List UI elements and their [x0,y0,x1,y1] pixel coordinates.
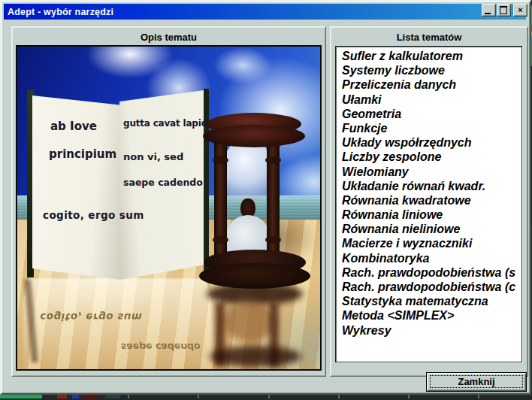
topic-item[interactable]: Wielomiany [342,165,521,179]
topic-item[interactable]: Statystyka matematyczna [342,294,521,308]
titlebar-buttons: × [481,4,527,17]
close-dialog-button[interactable]: Zamknij [426,372,527,392]
minimize-button[interactable] [482,4,496,17]
titlebar[interactable]: Adept - wybór narzędzi [4,4,526,20]
topic-item[interactable]: Macierze i wyznaczniki [342,236,521,250]
latin-text-cogito: cogito, ergo sum [43,209,144,221]
close-icon: × [514,5,527,16]
hourglass-right-post [267,137,280,263]
topic-item[interactable]: Rach. prawdopodobieństwa (s [342,265,521,280]
maximize-icon [500,6,507,14]
scene: cogito, ergo sum saepe cadendo ab Iove p… [17,47,320,369]
topic-item[interactable]: Metoda <SIMPLEX> [342,308,521,323]
topic-item[interactable]: Przeliczenia danych [342,77,521,92]
topic-item[interactable]: Liczby zespolone [342,150,521,164]
topic-item[interactable]: Funkcje [342,121,521,135]
latin-text-principium: principium [49,147,116,161]
topic-description-panel: Opis tematu cogito, ergo sum saepe caden… [11,26,326,377]
hourglass-top-cap [203,125,305,147]
hourglass-left-post [214,137,227,263]
hourglass-bulb-reflection [223,301,276,342]
latin-text-non-vi: non vi, sed [123,151,183,162]
topic-item[interactable]: Systemy liczbowe [342,63,521,77]
book-reflection [23,278,211,369]
book-cover-edge [204,89,209,272]
topic-item[interactable]: Geometria [342,107,521,121]
maximize-button[interactable] [497,4,511,17]
topic-item[interactable]: Równania liniowe [342,208,521,222]
topic-description-image: cogito, ergo sum saepe cadendo ab Iove p… [16,45,322,371]
topic-item[interactable]: Rach. prawdopodobieństwa (c [342,280,521,294]
close-dialog-button-label: Zamknij [430,375,523,388]
topic-description-header: Opis tematu [12,27,325,44]
topics-panel: Lista tematów Sufler z kalkulatorem Syst… [330,26,528,377]
topics-list-header: Lista tematów [331,27,527,44]
window-title: Adept - wybór narzędzi [4,7,113,17]
topics-listbox[interactable]: Sufler z kalkulatorem Systemy liczbowe P… [335,46,522,362]
topic-item[interactable]: Wykresy [342,323,521,338]
topic-item[interactable]: Równania kwadratowe [342,193,521,208]
latin-text-ab-iove: ab Iove [50,120,97,133]
topic-item[interactable]: Sufler z kalkulatorem [342,49,521,63]
dialog-window: Adept - wybór narzędzi × Opis tematu cog… [0,0,531,395]
hourglass-base [199,263,310,289]
latin-text-saepe: saepe cadendo [123,177,203,188]
floor-reflection-text-right: saepe cadendo [120,341,201,353]
close-window-button[interactable]: × [513,4,527,17]
minimize-icon [485,13,491,14]
topic-item[interactable]: Układanie równań kwadr. [342,179,521,193]
topic-item[interactable]: Kombinatoryka [342,251,521,265]
hourglass-cap-reflection [210,346,301,367]
topic-item[interactable]: Ułamki [342,92,521,107]
floor-reflection-text-left: cogito, ergo sum [39,311,144,323]
topic-item[interactable]: Równania nieliniowe [342,222,521,236]
topic-item[interactable]: Układy współrzędnych [342,135,521,150]
